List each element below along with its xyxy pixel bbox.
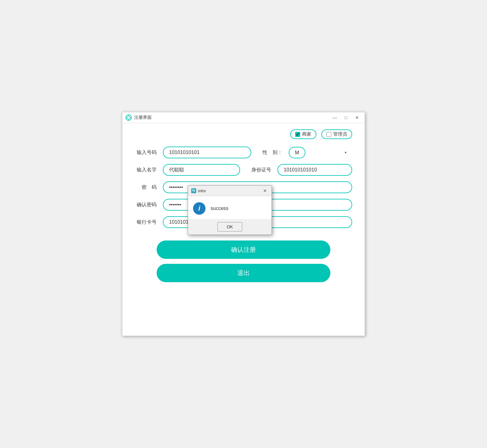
dialog-title: infor	[198, 189, 206, 193]
info-icon: i	[193, 202, 206, 215]
dialog-body: i success	[188, 196, 272, 219]
window-title: 注册界面	[134, 115, 152, 120]
maximize-button[interactable]: □	[342, 114, 350, 121]
dialog-app-icon	[191, 188, 196, 193]
close-button[interactable]: ✕	[353, 114, 362, 121]
info-dialog: infor ✕ i success OK	[188, 185, 272, 235]
main-content: 商家 管理员 输入号码 性 别： M F	[122, 123, 365, 336]
modal-overlay: infor ✕ i success OK	[122, 123, 365, 336]
svg-rect-8	[194, 189, 195, 192]
window-controls: — □ ✕	[330, 114, 362, 121]
dialog-footer: OK	[188, 219, 272, 235]
minimize-button[interactable]: —	[330, 114, 339, 121]
dialog-title-bar: infor ✕	[188, 186, 272, 196]
title-bar: 注册界面 — □ ✕	[122, 112, 365, 123]
dialog-title-left: infor	[191, 188, 206, 193]
dialog-close-button[interactable]: ✕	[262, 188, 268, 194]
svg-point-1	[127, 116, 130, 119]
dialog-message: success	[210, 206, 229, 211]
dialog-ok-button[interactable]: OK	[217, 222, 242, 231]
svg-rect-7	[192, 189, 194, 191]
app-icon	[125, 114, 132, 121]
title-bar-left: 注册界面	[125, 114, 152, 121]
main-window: 注册界面 — □ ✕ 商家 管理员 输入号码 性 别：	[122, 112, 365, 336]
